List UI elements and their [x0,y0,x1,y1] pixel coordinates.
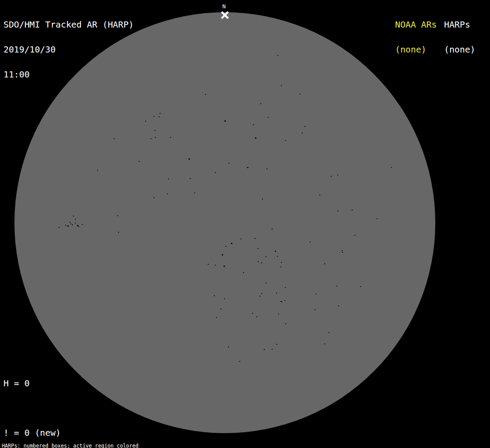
sunspot-speckle [231,243,232,244]
sunspot-speckle [278,314,279,315]
sunspot-speckle [285,287,286,288]
sunspot-speckle [139,161,140,162]
sunspot-speckle [70,222,70,223]
sunspot-speckle [224,298,225,299]
sunspot-speckle [225,246,226,247]
noaa-ars-label: NOAA ARs [395,21,437,29]
sunspot-speckle [337,175,338,175]
sunspot-speckle [154,116,154,117]
north-label: N [220,4,228,9]
sunspot-speckle [276,344,277,345]
sunspot-speckle [304,126,305,127]
sunspot-speckle [315,294,316,294]
time-label: 11:00 [4,70,134,79]
sunspot-speckle [272,349,273,350]
sunspot-speckle [118,232,119,233]
sunspot-speckle [338,305,339,306]
sunspot-speckle [145,121,146,122]
sunspot-speckle [220,308,221,309]
sunspot-speckle [248,167,248,168]
sunspot-speckle [243,272,244,273]
sunspot-speckle [159,116,160,117]
sunspot-speckle [170,137,171,138]
sunspot-speckle [310,242,311,242]
sunspot-speckle [266,283,266,284]
sunspot-speckle [277,256,278,257]
sunspot-speckle [78,226,79,227]
sunspot-speckle [72,224,73,225]
noaa-ars-count: (none) [395,46,437,54]
sunspot-speckle [285,140,286,141]
sunspot-speckle [266,256,266,257]
harps-label: HARPs [444,21,475,29]
sunspot-speckle [336,286,337,287]
sunspot-speckle [75,219,76,220]
sunspot-speckle [241,238,242,239]
north-pole-x-cross-icon [220,11,229,19]
sunspot-speckle [214,295,215,296]
date-label: 2019/10/30 [4,46,134,54]
sunspot-speckle [260,103,261,104]
page-title: SDO/HMI Tracked AR (HARP) [4,21,134,29]
sunspot-speckle [228,163,229,164]
footer-caption: HARPs: numbered boxes; active region col… [2,433,182,448]
sunspot-speckle [222,254,223,256]
sunspot-speckle [205,94,206,95]
harps-count: (none) [444,46,475,54]
sunspot-speckle [154,130,155,131]
sunspot-speckle [354,235,355,236]
sunspot-speckle [59,227,60,228]
harps-block: HARPs (none) [444,4,475,70]
sunspot-speckle [215,265,216,266]
sunspot-speckle [73,216,74,217]
sunspot-speckle [281,301,282,302]
sunspot-speckle [302,133,303,133]
sunspot-speckle [268,117,269,118]
sunspot-speckle [67,225,69,227]
sunspot-speckle [259,296,260,297]
sunspot-speckle [82,224,83,225]
sunspot-speckle [167,193,168,194]
sunspot-speckle [255,137,256,139]
sunspot-speckle [276,293,277,294]
sunspot-speckle [280,266,281,267]
sunspot-speckle [319,195,320,196]
sunspot-speckle [168,178,169,179]
sunspot-speckle [228,346,229,347]
sunspot-speckle [258,261,259,262]
sunspot-speckle [154,197,154,198]
sunspot-speckle [281,85,282,86]
sunspot-speckle [114,138,115,139]
sunspot-speckle [261,262,262,263]
noaa-ars-block: NOAA ARs (none) [395,4,437,70]
sunspot-speckle [216,317,217,318]
sunspot-speckle [272,228,273,229]
sunspot-speckle [284,300,285,301]
sunspot-speckle [256,316,257,317]
sunspot-speckle [190,178,191,179]
sunspot-speckle [261,293,262,294]
sunspot-speckle [155,137,156,138]
sunspot-speckle [266,168,267,169]
sunspot-speckle [285,323,286,324]
sunspot-speckle [65,225,66,226]
sunspot-speckle [97,170,98,171]
sunspot-speckle [352,210,353,210]
sunspot-speckle [75,223,76,224]
title-block: SDO/HMI Tracked AR (HARP) 2019/10/30 11:… [4,4,134,95]
sunspot-speckle [215,172,216,173]
sunspot-speckle [239,361,240,362]
sunspot-speckle [252,313,253,314]
sunspot-speckle [275,251,276,252]
sunspot-speckle [258,248,259,249]
sunspot-speckle [117,215,118,216]
sunspot-speckle [264,349,265,350]
sunspot-speckle [160,113,161,114]
sunspot-speckle [377,218,378,219]
sunspot-speckle [255,238,256,239]
sunspot-speckle [262,199,263,200]
sunspot-speckle [329,332,329,333]
sunspot-speckle [277,55,278,56]
sunspot-speckle [342,252,343,253]
sunspot-speckle [208,264,209,265]
